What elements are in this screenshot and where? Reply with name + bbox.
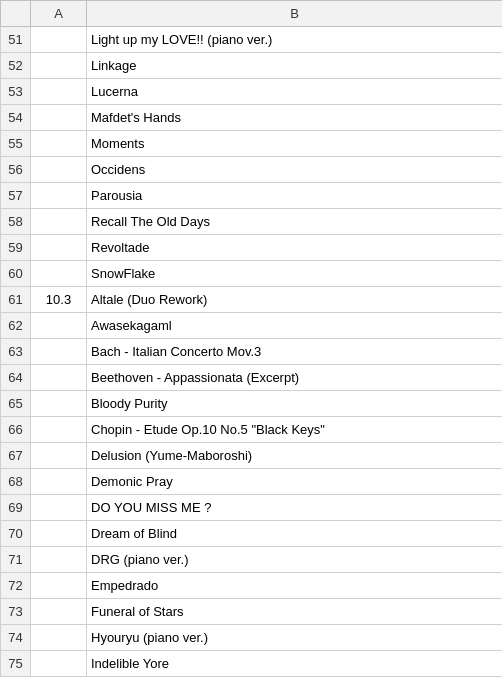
- table-row[interactable]: 54Mafdet's Hands: [1, 105, 503, 131]
- cell-b[interactable]: Occidens: [87, 157, 503, 183]
- row-number: 66: [1, 417, 31, 443]
- cell-b[interactable]: Revoltade: [87, 235, 503, 261]
- cell-a[interactable]: [31, 339, 87, 365]
- cell-a[interactable]: [31, 131, 87, 157]
- cell-a[interactable]: [31, 651, 87, 677]
- cell-b[interactable]: Demonic Pray: [87, 469, 503, 495]
- cell-a[interactable]: [31, 261, 87, 287]
- cell-b[interactable]: Bloody Purity: [87, 391, 503, 417]
- row-number: 73: [1, 599, 31, 625]
- cell-a[interactable]: [31, 417, 87, 443]
- row-number: 57: [1, 183, 31, 209]
- cell-a[interactable]: [31, 365, 87, 391]
- cell-b[interactable]: Moments: [87, 131, 503, 157]
- cell-a[interactable]: [31, 53, 87, 79]
- row-number: 55: [1, 131, 31, 157]
- row-number: 60: [1, 261, 31, 287]
- table-row[interactable]: 6110.3Altale (Duo Rework): [1, 287, 503, 313]
- cell-a[interactable]: [31, 495, 87, 521]
- table-row[interactable]: 65Bloody Purity: [1, 391, 503, 417]
- cell-a[interactable]: [31, 599, 87, 625]
- table-row[interactable]: 53Lucerna: [1, 79, 503, 105]
- row-number: 54: [1, 105, 31, 131]
- table-row[interactable]: 56Occidens: [1, 157, 503, 183]
- cell-b[interactable]: Light up my LOVE!! (piano ver.): [87, 27, 503, 53]
- row-number: 59: [1, 235, 31, 261]
- table-row[interactable]: 74Hyouryu (piano ver.): [1, 625, 503, 651]
- cell-b[interactable]: Funeral of Stars: [87, 599, 503, 625]
- cell-a[interactable]: [31, 235, 87, 261]
- cell-a[interactable]: [31, 443, 87, 469]
- cell-b[interactable]: Dream of Blind: [87, 521, 503, 547]
- row-number: 53: [1, 79, 31, 105]
- cell-a[interactable]: 10.3: [31, 287, 87, 313]
- table-row[interactable]: 64Beethoven - Appassionata (Excerpt): [1, 365, 503, 391]
- cell-b[interactable]: Indelible Yore: [87, 651, 503, 677]
- cell-b[interactable]: Chopin - Etude Op.10 No.5 "Black Keys": [87, 417, 503, 443]
- cell-b[interactable]: Empedrado: [87, 573, 503, 599]
- cell-a[interactable]: [31, 573, 87, 599]
- cell-b[interactable]: Beethoven - Appassionata (Excerpt): [87, 365, 503, 391]
- header-col-a[interactable]: A: [31, 1, 87, 27]
- cell-a[interactable]: [31, 183, 87, 209]
- row-number: 52: [1, 53, 31, 79]
- cell-b[interactable]: Delusion (Yume-Maboroshi): [87, 443, 503, 469]
- table-row[interactable]: 69DO YOU MISS ME ?: [1, 495, 503, 521]
- table-row[interactable]: 68Demonic Pray: [1, 469, 503, 495]
- row-number: 64: [1, 365, 31, 391]
- row-number: 61: [1, 287, 31, 313]
- cell-a[interactable]: [31, 625, 87, 651]
- cell-b[interactable]: Hyouryu (piano ver.): [87, 625, 503, 651]
- table-row[interactable]: 59Revoltade: [1, 235, 503, 261]
- row-number: 69: [1, 495, 31, 521]
- cell-b[interactable]: Linkage: [87, 53, 503, 79]
- row-number: 62: [1, 313, 31, 339]
- row-number: 74: [1, 625, 31, 651]
- table-row[interactable]: 62Awasekagaml: [1, 313, 503, 339]
- cell-b[interactable]: DO YOU MISS ME ?: [87, 495, 503, 521]
- cell-b[interactable]: Recall The Old Days: [87, 209, 503, 235]
- table-row[interactable]: 55Moments: [1, 131, 503, 157]
- cell-b[interactable]: Bach - Italian Concerto Mov.3: [87, 339, 503, 365]
- table-row[interactable]: 66Chopin - Etude Op.10 No.5 "Black Keys": [1, 417, 503, 443]
- row-number: 65: [1, 391, 31, 417]
- header-col-b[interactable]: B: [87, 1, 503, 27]
- table-row[interactable]: 72Empedrado: [1, 573, 503, 599]
- cell-b[interactable]: Lucerna: [87, 79, 503, 105]
- table-row[interactable]: 52Linkage: [1, 53, 503, 79]
- table-row[interactable]: 71DRG (piano ver.): [1, 547, 503, 573]
- cell-a[interactable]: [31, 105, 87, 131]
- spreadsheet-table: A B 51Light up my LOVE!! (piano ver.)52L…: [0, 0, 502, 677]
- cell-b[interactable]: SnowFlake: [87, 261, 503, 287]
- cell-b[interactable]: Awasekagaml: [87, 313, 503, 339]
- cell-a[interactable]: [31, 391, 87, 417]
- cell-a[interactable]: [31, 209, 87, 235]
- cell-a[interactable]: [31, 313, 87, 339]
- cell-a[interactable]: [31, 547, 87, 573]
- row-number: 71: [1, 547, 31, 573]
- table-row[interactable]: 58Recall The Old Days: [1, 209, 503, 235]
- row-number: 70: [1, 521, 31, 547]
- table-row[interactable]: 67Delusion (Yume-Maboroshi): [1, 443, 503, 469]
- table-row[interactable]: 51Light up my LOVE!! (piano ver.): [1, 27, 503, 53]
- table-row[interactable]: 75Indelible Yore: [1, 651, 503, 677]
- cell-a[interactable]: [31, 27, 87, 53]
- cell-a[interactable]: [31, 157, 87, 183]
- table-row[interactable]: 63Bach - Italian Concerto Mov.3: [1, 339, 503, 365]
- cell-b[interactable]: DRG (piano ver.): [87, 547, 503, 573]
- table-row[interactable]: 57Parousia: [1, 183, 503, 209]
- row-number: 51: [1, 27, 31, 53]
- cell-a[interactable]: [31, 521, 87, 547]
- row-number: 72: [1, 573, 31, 599]
- cell-a[interactable]: [31, 469, 87, 495]
- row-number: 63: [1, 339, 31, 365]
- row-number: 67: [1, 443, 31, 469]
- table-row[interactable]: 70Dream of Blind: [1, 521, 503, 547]
- cell-b[interactable]: Parousia: [87, 183, 503, 209]
- cell-b[interactable]: Mafdet's Hands: [87, 105, 503, 131]
- cell-b[interactable]: Altale (Duo Rework): [87, 287, 503, 313]
- row-number: 58: [1, 209, 31, 235]
- cell-a[interactable]: [31, 79, 87, 105]
- table-row[interactable]: 60SnowFlake: [1, 261, 503, 287]
- table-row[interactable]: 73Funeral of Stars: [1, 599, 503, 625]
